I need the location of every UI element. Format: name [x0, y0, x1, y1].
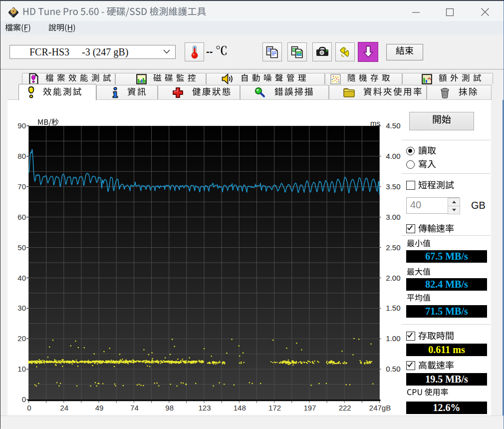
short-stroke-checkbox[interactable] [406, 181, 415, 190]
access-time-dot [307, 361, 308, 362]
drive-select[interactable]: FCR-HS3 -3 (247 gB) [9, 45, 176, 59]
access-time-dot [123, 385, 124, 386]
tab-folder-usage[interactable] [329, 85, 427, 100]
access-time-dot [46, 362, 47, 363]
access-time-dot [115, 363, 116, 364]
access-time-dot [28, 363, 29, 364]
read-radio[interactable] [406, 147, 415, 155]
access-time-dot [154, 361, 155, 362]
access-time-dot [122, 359, 123, 360]
tab-random-access[interactable] [325, 73, 402, 84]
access-time-dot [330, 362, 331, 363]
access-time-dot [78, 347, 79, 348]
access-time-dot [179, 362, 180, 363]
access-time-dot [239, 345, 240, 346]
access-time-dot [371, 361, 372, 362]
access-time-dot [332, 362, 333, 363]
access-time-dot [53, 361, 54, 362]
access-time-dot [343, 363, 344, 364]
access-time-label[interactable] [418, 331, 454, 344]
tab-aam[interactable] [206, 73, 325, 84]
access-time-dot [144, 361, 145, 362]
access-time-dot [115, 361, 116, 362]
tab-error-scan[interactable] [240, 85, 329, 100]
maximize-button[interactable] [439, 2, 461, 22]
access-time-dot [166, 361, 167, 362]
tab-info[interactable] [96, 85, 158, 100]
access-time-dot [317, 361, 318, 362]
access-time-dot [120, 362, 121, 363]
quit-button[interactable] [386, 44, 423, 60]
checkmark-icon [407, 332, 413, 339]
access-time-dot [38, 362, 39, 363]
access-time-dot [157, 360, 158, 361]
minimize-icon [412, 8, 420, 16]
menubar [0, 21, 504, 35]
access-time-dot [214, 362, 215, 363]
average-label [407, 294, 431, 306]
access-time-dot [170, 362, 171, 363]
access-time-dot [182, 359, 183, 360]
access-time-dot [213, 386, 214, 387]
tab-extra-tests[interactable] [402, 73, 493, 84]
access-time-dot [282, 361, 283, 362]
tab-erase[interactable] [427, 85, 492, 100]
access-time-dot [95, 382, 96, 383]
start-button[interactable] [409, 112, 474, 130]
capture-save-button[interactable] [358, 42, 378, 62]
write-radio[interactable] [406, 160, 415, 169]
access-time-dot [76, 386, 77, 387]
temperature-button[interactable] [185, 42, 204, 61]
close-button[interactable] [474, 2, 496, 22]
tab-label [43, 87, 83, 100]
access-time-dot [306, 362, 307, 363]
access-time-dot [293, 362, 294, 363]
acoustic-button[interactable] [335, 42, 355, 61]
write-radio-label[interactable] [418, 159, 436, 172]
tab-file-benchmark[interactable] [22, 73, 115, 84]
access-time-dot [279, 362, 280, 363]
tab-benchmark[interactable] [18, 84, 96, 100]
extra-tests-icon [422, 74, 432, 84]
access-time-dot [91, 362, 92, 363]
access-time-dot [133, 360, 134, 361]
tab-disk-monitor[interactable] [115, 73, 206, 84]
separator [402, 324, 491, 325]
drive-select-value: FCR-HS3 -3 (247 gB) [29, 46, 159, 58]
health-icon [172, 87, 184, 98]
minimum-label [407, 239, 431, 251]
separator [402, 173, 491, 174]
copy-image-button[interactable] [287, 42, 307, 61]
access-time-dot [187, 362, 188, 363]
burst-rate-label[interactable] [418, 361, 454, 374]
capacity-spinner[interactable]: 40 [406, 197, 460, 214]
access-time-dot [141, 361, 142, 362]
minimize-button[interactable] [405, 2, 427, 22]
spin-up-icon [452, 201, 456, 203]
spin-up-button[interactable] [448, 198, 460, 206]
access-time-dot [152, 361, 153, 362]
screenshot-button[interactable] [312, 42, 332, 61]
thermometer-icon [189, 45, 200, 59]
menu-help[interactable] [48, 23, 76, 35]
tab-health[interactable] [158, 85, 240, 100]
access-time-dot [165, 357, 166, 358]
access-time-checkbox[interactable] [406, 332, 415, 341]
spin-down-button[interactable] [448, 206, 460, 214]
menu-file[interactable] [5, 23, 31, 35]
copy-text-button[interactable] [262, 42, 282, 61]
short-stroke-label[interactable] [418, 180, 454, 193]
burst-rate-checkbox[interactable] [406, 361, 415, 370]
transfer-rate-checkbox[interactable] [406, 224, 415, 233]
read-radio-label[interactable] [418, 146, 436, 159]
access-time-dot [136, 361, 137, 362]
access-time-dot [213, 364, 214, 365]
burst-rate-value: 19.5 MB/s [406, 373, 487, 386]
tab-label [127, 87, 147, 100]
access-time-dot [49, 347, 50, 348]
access-time-dot [94, 363, 95, 364]
access-time-dot [110, 363, 111, 364]
access-time-dot [158, 385, 159, 386]
access-time-dot [50, 362, 51, 363]
access-time-dot [341, 351, 342, 352]
